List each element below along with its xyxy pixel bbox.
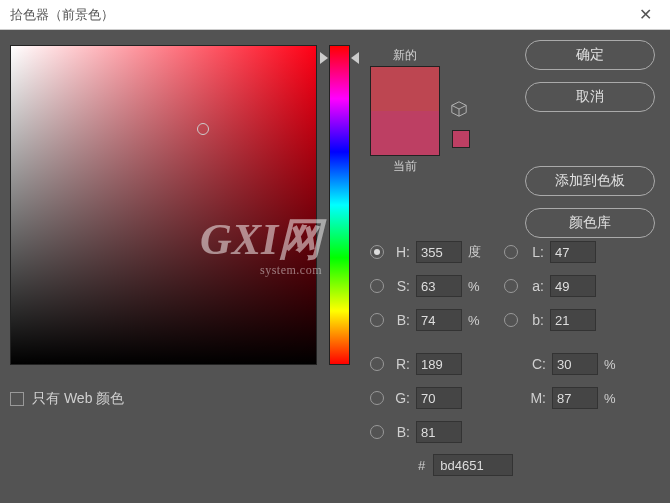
ok-button[interactable]: 确定 — [525, 40, 655, 70]
h-label: H: — [390, 244, 410, 260]
cancel-button[interactable]: 取消 — [525, 82, 655, 112]
s-label: S: — [390, 278, 410, 294]
hsb-b-label: B: — [390, 312, 410, 328]
s-unit: % — [468, 279, 486, 294]
g-input[interactable] — [416, 387, 462, 409]
a-label: a: — [524, 278, 544, 294]
hue-marker-left-icon — [320, 52, 328, 64]
right-panel: 新的 当前 确定 取消 添加到色板 颜色库 — [350, 40, 660, 493]
hex-prefix: # — [418, 458, 425, 473]
swatch-area: 新的 当前 — [370, 45, 468, 177]
h-unit: 度 — [468, 243, 486, 261]
lab-b-radio[interactable] — [504, 313, 518, 327]
c-unit: % — [604, 357, 622, 372]
add-to-swatches-button[interactable]: 添加到色板 — [525, 166, 655, 196]
m-input[interactable] — [552, 387, 598, 409]
m-unit: % — [604, 391, 622, 406]
new-color-swatch[interactable] — [371, 67, 439, 111]
new-label: 新的 — [370, 47, 440, 64]
web-colors-label: 只有 Web 颜色 — [32, 390, 124, 408]
r-input[interactable] — [416, 353, 462, 375]
lab-b-label: b: — [524, 312, 544, 328]
color-fields: H: 度 L: S: % a: — [370, 235, 650, 476]
current-color-swatch[interactable] — [371, 111, 439, 155]
rgb-b-radio[interactable] — [370, 425, 384, 439]
r-radio[interactable] — [370, 357, 384, 371]
rgb-b-label: B: — [390, 424, 410, 440]
a-radio[interactable] — [504, 279, 518, 293]
hsb-b-unit: % — [468, 313, 486, 328]
titlebar: 拾色器（前景色） ✕ — [0, 0, 670, 30]
h-radio[interactable] — [370, 245, 384, 259]
rgb-b-input[interactable] — [416, 421, 462, 443]
hue-slider[interactable] — [329, 45, 350, 365]
close-icon[interactable]: ✕ — [631, 1, 660, 28]
hsb-b-radio[interactable] — [370, 313, 384, 327]
c-input[interactable] — [552, 353, 598, 375]
g-label: G: — [390, 390, 410, 406]
m-label: M: — [526, 390, 546, 406]
r-label: R: — [390, 356, 410, 372]
s-input[interactable] — [416, 275, 462, 297]
web-colors-checkbox[interactable] — [10, 392, 24, 406]
left-panel: 只有 Web 颜色 — [10, 40, 350, 493]
l-input[interactable] — [550, 241, 596, 263]
s-radio[interactable] — [370, 279, 384, 293]
gamut-warning-icon[interactable] — [450, 100, 468, 118]
button-column: 确定 取消 添加到色板 颜色库 — [525, 40, 655, 238]
hex-input[interactable] — [433, 454, 513, 476]
lab-b-input[interactable] — [550, 309, 596, 331]
main-content: 只有 Web 颜色 新的 当前 确定 取消 添加到色板 — [0, 30, 670, 503]
saturation-value-picker[interactable] — [10, 45, 317, 365]
sv-cursor-icon — [197, 123, 209, 135]
l-label: L: — [524, 244, 544, 260]
c-label: C: — [526, 356, 546, 372]
g-radio[interactable] — [370, 391, 384, 405]
l-radio[interactable] — [504, 245, 518, 259]
color-libraries-button[interactable]: 颜色库 — [525, 208, 655, 238]
a-input[interactable] — [550, 275, 596, 297]
h-input[interactable] — [416, 241, 462, 263]
hsb-b-input[interactable] — [416, 309, 462, 331]
current-label: 当前 — [370, 158, 440, 175]
window-title: 拾色器（前景色） — [10, 6, 114, 24]
gamut-corrected-swatch[interactable] — [452, 130, 470, 148]
